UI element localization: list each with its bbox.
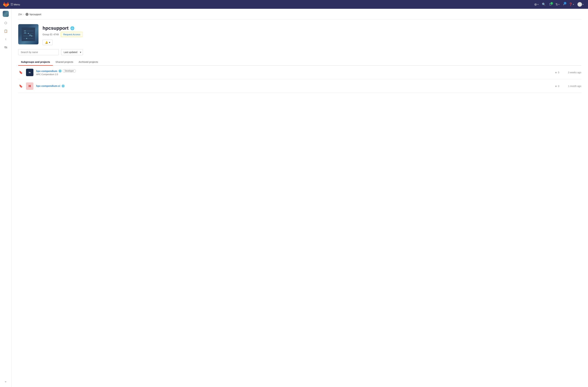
search-input[interactable]: [18, 49, 59, 55]
svg-point-5: [24, 30, 25, 31]
groups-icon: ⬡: [4, 21, 7, 25]
star-count-2: ★ 0: [555, 85, 559, 88]
group-globe-icon: 🌐: [70, 26, 74, 30]
group-avatar-image: [18, 24, 39, 44]
time-ago-2: 1 month ago: [563, 85, 581, 87]
bookmark-button-2[interactable]: 🔖: [18, 84, 23, 89]
create-button[interactable]: ⊕ ▾: [533, 1, 540, 7]
hamburger-icon: ☰: [10, 2, 13, 6]
group-name-row: hpcsupport 🌐: [42, 25, 83, 31]
project-meta-2: ★ 0 1 month ago: [555, 85, 581, 88]
tab-subgroups[interactable]: Subgroups and projects: [18, 59, 53, 66]
main-content: ZIH › hpcsupport: [11, 9, 588, 387]
gitlab-logo[interactable]: [3, 1, 9, 7]
search-button[interactable]: 🔍: [541, 1, 547, 7]
merge-icon: ⇅: [555, 2, 558, 6]
group-header: hpcsupport 🌐 Group ID: 4749 Request Acce…: [18, 24, 581, 45]
project-icon-1: hc: [26, 69, 33, 76]
project-globe-icon-2: 🌐: [62, 85, 64, 87]
sort-select[interactable]: Last updated Name Created: [61, 49, 83, 55]
request-access-button[interactable]: Request Access: [63, 33, 81, 36]
sidebar-item-snippets[interactable]: 📋: [2, 28, 9, 34]
sidebar-item-packages[interactable]: 🛍: [2, 44, 9, 51]
user-avatar: [577, 2, 582, 7]
breadcrumb-current: hpcsupport: [25, 13, 41, 16]
expand-icon: »: [5, 380, 6, 383]
notification-button[interactable]: 🔔 ▾: [42, 40, 53, 45]
topnav: ☰ Menu ⊕ ▾ 🔍 🗒 5 ⇅ ▾ ✓ 2 ❓ ▾ ▾: [0, 0, 588, 9]
notify-chevron-icon: ▾: [49, 41, 50, 44]
plus-icon: ⊕: [534, 2, 537, 6]
svg-rect-10: [29, 35, 31, 36]
header-divider: [18, 19, 581, 20]
help-button[interactable]: ❓ ▾: [567, 1, 575, 7]
todos-badge: 2: [564, 2, 567, 4]
star-icon-2: ★: [555, 85, 557, 88]
developer-badge-1: Developer: [63, 69, 76, 73]
help-icon: ❓: [569, 2, 572, 6]
sidebar-item-mergerequests[interactable]: ↕: [2, 36, 9, 43]
project-name-link-1[interactable]: hpc-compendium: [36, 69, 57, 72]
issues-badge: 5: [550, 2, 553, 5]
sidebar-item-groups[interactable]: ⬡: [2, 20, 9, 26]
breadcrumb-parent-link[interactable]: ZIH: [18, 13, 22, 16]
project-icon-text-1: hc: [29, 71, 31, 73]
snippets-icon: 📋: [4, 29, 8, 33]
filter-row: Last updated Name Created: [18, 49, 581, 55]
group-name: hpcsupport: [42, 25, 68, 31]
list-item: 🔖 H hpc-compendium-ci 🌐 ★ 0 1 mo: [18, 79, 581, 93]
tab-shared[interactable]: Shared projects: [53, 59, 76, 66]
time-ago-1: 3 weeks ago: [563, 71, 581, 74]
bell-icon: 🔔: [45, 41, 48, 44]
user-menu-button[interactable]: ▾: [576, 1, 585, 8]
project-details-2: hpc-compendium-ci 🌐: [36, 85, 552, 88]
star-icon-1: ★: [555, 71, 557, 74]
chevron-down-icon: ▾: [538, 3, 539, 6]
topnav-actions: ⊕ ▾ 🔍 🗒 5 ⇅ ▾ ✓ 2 ❓ ▾ ▾: [533, 1, 585, 8]
svg-point-6: [28, 33, 29, 34]
menu-button[interactable]: ☰ Menu: [9, 1, 21, 7]
star-value-2: 0: [558, 85, 559, 87]
breadcrumb-current-label: hpcsupport: [30, 13, 41, 16]
svg-point-7: [31, 35, 32, 37]
svg-rect-0: [21, 27, 35, 41]
breadcrumb-separator: ›: [23, 13, 24, 16]
project-name-link-2[interactable]: hpc-compendium-ci: [36, 85, 60, 87]
project-icon-2: H: [26, 82, 33, 90]
project-description-1: HPC Compendium 2.0: [36, 73, 552, 76]
sidebar-project-avatar[interactable]: [3, 11, 9, 17]
project-details-1: hpc-compendium 🌐 Developer HPC Compendiu…: [36, 69, 552, 76]
layout: ⬡ 📋 ↕ 🛍 » ZIH › hpcsupport: [0, 9, 588, 387]
sidebar-bottom: »: [2, 378, 9, 385]
breadcrumb-group-icon: [25, 13, 28, 16]
project-icon-text-2: H: [29, 85, 31, 88]
todos-button[interactable]: ✓ 2: [562, 1, 567, 7]
project-meta-1: ★ 5 3 weeks ago: [555, 71, 581, 74]
group-avatar-svg: [21, 27, 35, 41]
breadcrumb: ZIH › hpcsupport: [18, 13, 581, 16]
chevron-down-icon-user: ▾: [583, 3, 584, 6]
bookmark-icon-2: 🔖: [19, 85, 23, 88]
group-avatar: [18, 24, 39, 44]
bookmark-icon-1: 🔖: [19, 71, 23, 74]
issues-button[interactable]: 🗒 5: [548, 2, 553, 7]
project-name-row-1: hpc-compendium 🌐 Developer: [36, 69, 552, 73]
project-globe-icon-1: 🌐: [59, 69, 62, 72]
star-value-1: 5: [558, 71, 559, 74]
list-item: 🔖 hc hpc-compendium 🌐 Developer HPC Comp…: [18, 66, 581, 79]
svg-point-8: [26, 38, 27, 39]
tab-archived[interactable]: Archived projects: [76, 59, 101, 66]
merge-requests-button[interactable]: ⇅ ▾: [554, 1, 561, 7]
chevron-down-icon-merge: ▾: [558, 3, 560, 6]
group-id: Group ID: 4749: [42, 33, 59, 36]
bookmark-button-1[interactable]: 🔖: [18, 70, 23, 75]
request-access-highlight: Request Access: [61, 32, 83, 37]
group-info: hpcsupport 🌐 Group ID: 4749 Request Acce…: [42, 24, 83, 45]
group-meta: Group ID: 4749 Request Access: [42, 32, 83, 37]
sort-select-wrap: Last updated Name Created: [61, 49, 83, 55]
packages-icon: 🛍: [4, 45, 7, 49]
sidebar-expand-button[interactable]: »: [2, 378, 9, 385]
svg-rect-9: [24, 32, 26, 34]
mr-icon: ↕: [5, 38, 6, 41]
menu-label: Menu: [14, 3, 20, 6]
